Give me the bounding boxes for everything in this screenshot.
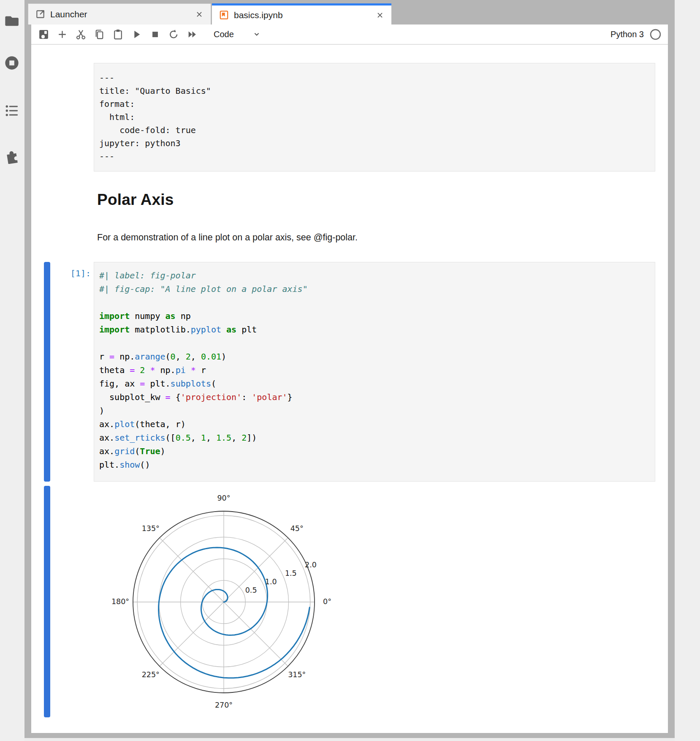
svg-text:315°: 315° [288,670,306,679]
polar-plot-figure: 0°45°90°135°180°225°270°315°0.51.01.52.0 [97,486,342,722]
kernel-status-icon[interactable] [650,29,661,40]
markdown-heading: Polar Axis [97,191,174,209]
puzzle-icon[interactable] [4,148,20,164]
svg-text:0.5: 0.5 [245,586,257,594]
notebook-panel: Code Python 3 ---title: "Quarto Basics"f… [31,25,668,733]
cell-output-polar-plot[interactable]: 0°45°90°135°180°225°270°315°0.51.01.52.0 [97,486,342,722]
svg-text:180°: 180° [111,597,129,606]
code-line [99,296,650,309]
code-line: subplot_kw = {'projection': 'polar'} [99,390,650,404]
cell-collapser-output[interactable] [44,486,50,717]
run-icon[interactable] [131,29,142,40]
svg-text:45°: 45° [290,524,304,533]
cell-collapser-input[interactable] [44,262,50,482]
folder-icon[interactable] [4,13,20,29]
tab-notebook-label: basics.ipynb [234,10,283,20]
raw-cell-line: jupyter: python3 [99,137,650,150]
svg-text:270°: 270° [215,701,233,709]
raw-cell-line: format: [99,98,650,111]
svg-text:2.0: 2.0 [305,561,317,569]
activity-bar [0,0,24,741]
svg-text:225°: 225° [142,670,160,679]
cell-type-select[interactable]: Code [214,30,234,39]
paste-icon[interactable] [112,29,124,40]
svg-text:0°: 0° [323,597,331,606]
raw-cell-line: --- [99,71,650,84]
tab-notebook-active[interactable]: basics.ipynb [212,3,391,25]
code-cell-editor[interactable]: #| label: fig-polar#| fig-cap: "A line p… [94,262,655,482]
code-line: import numpy as np [99,309,650,323]
code-line: ax.set_rticks([0.5, 1, 1.5, 2]) [99,431,650,444]
code-line: plt.show() [99,458,650,471]
chevron-down-icon[interactable] [252,29,262,39]
add-cell-icon[interactable] [57,29,68,40]
run-all-icon[interactable] [187,29,198,40]
close-icon[interactable] [195,10,204,19]
notebook-icon [219,10,229,20]
jupyterlab-window: { "colors": { "tab_accent_blue": "#2e7ef… [0,0,700,741]
svg-text:90°: 90° [217,494,230,502]
svg-text:1.5: 1.5 [285,569,297,578]
markdown-paragraph: For a demonstration of a line plot on a … [97,232,358,243]
kernel-name[interactable]: Python 3 [610,30,644,39]
raw-cell-line: --- [99,150,650,163]
code-line: ax.plot(theta, r) [99,417,650,431]
list-icon[interactable] [4,103,20,119]
raw-cell-line: html: [99,111,650,124]
copy-icon[interactable] [94,29,105,40]
launcher-icon [35,9,46,19]
tab-launcher[interactable]: Launcher [28,3,211,25]
execution-count-prompt: [1]: [52,268,91,278]
stop-circle-icon[interactable] [4,55,20,71]
cut-icon[interactable] [75,29,87,40]
code-line: ) [99,404,650,417]
svg-text:1.0: 1.0 [265,578,277,586]
save-icon[interactable] [38,29,49,40]
raw-cell-line: code-fold: true [99,124,650,137]
stop-icon[interactable] [149,29,161,40]
tab-launcher-label: Launcher [50,9,87,19]
code-line: #| fig-cap: "A line plot on a polar axis… [99,282,650,296]
code-line: theta = 2 * np.pi * r [99,363,650,377]
notebook-toolbar: Code Python 3 [31,25,668,45]
right-sidebar-strip: ⚙⚙ [675,0,700,741]
code-line: fig, ax = plt.subplots( [99,377,650,390]
code-line: ax.grid(True) [99,444,650,458]
close-icon[interactable] [375,11,385,20]
raw-cell-line: title: "Quarto Basics" [99,84,650,98]
raw-cell-editor[interactable]: ---title: "Quarto Basics"format: html: c… [94,63,655,172]
code-line: #| label: fig-polar [99,269,650,282]
code-line: import matplotlib.pyplot as plt [99,323,650,336]
svg-text:135°: 135° [142,524,160,533]
code-line [99,336,650,350]
restart-kernel-icon[interactable] [168,29,179,40]
code-line: r = np.arange(0, 2, 0.01) [99,350,650,363]
